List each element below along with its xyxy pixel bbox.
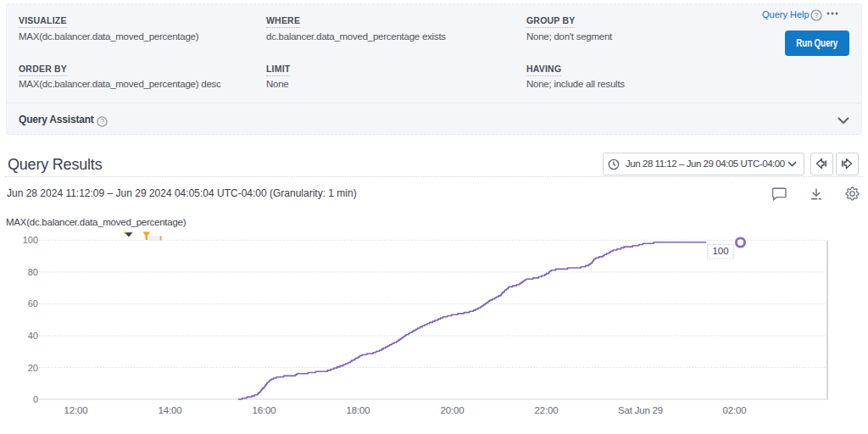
- svg-text:?: ?: [814, 11, 818, 19]
- svg-text:20: 20: [28, 363, 38, 373]
- svg-text:80: 80: [28, 267, 38, 277]
- svg-text:?: ?: [100, 117, 104, 125]
- svg-text:0: 0: [33, 394, 38, 404]
- svg-text:40: 40: [28, 331, 38, 341]
- svg-text:100: 100: [712, 246, 728, 256]
- svg-text:60: 60: [28, 298, 38, 309]
- svg-text:100: 100: [23, 235, 38, 245]
